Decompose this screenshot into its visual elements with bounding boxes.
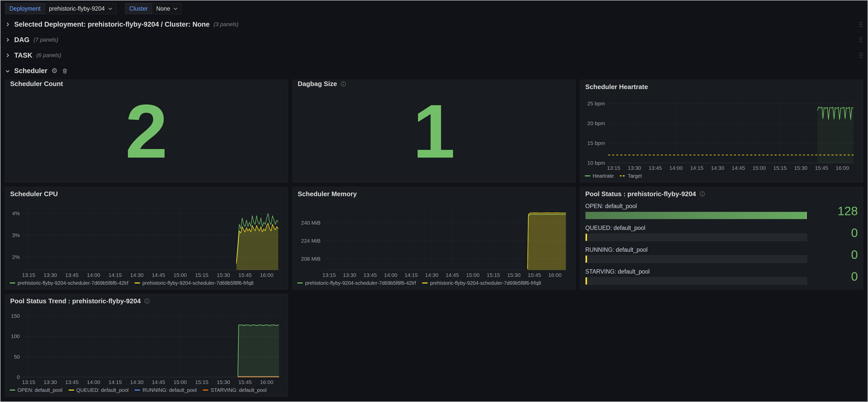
svg-text:15:45: 15:45 [238,272,252,278]
panel-pool-status-trend: Pool Status Trend : prehistoric-flyby-92… [5,294,288,397]
svg-text:13:30: 13:30 [44,272,57,278]
panel-title-bar[interactable]: Scheduler Memory [292,187,576,201]
panel-scheduler-heartrate: Scheduler Heartrate 13:1513:3013:4514:00… [580,80,863,183]
legend-swatch [422,282,428,283]
row-drag-handle[interactable] [859,52,863,59]
timeseries-chart[interactable]: 13:1513:3013:4514:0014:1514:3014:4515:00… [8,202,284,279]
gauge-row-running: RUNNING: default_pool 0 [585,246,858,263]
svg-text:15:30: 15:30 [507,272,521,278]
row-panel-count: (7 panels) [33,36,58,43]
deployment-variable-select[interactable]: prehistoric-flyby-9204 [45,3,117,14]
gauge-bar [585,234,807,241]
legend-item[interactable]: Heartrate [585,173,614,179]
panel-title-bar[interactable]: Scheduler Heartrate [580,80,863,94]
svg-text:16:00: 16:00 [836,165,849,171]
info-icon[interactable] [700,191,705,197]
panel-title: Scheduler Memory [298,190,357,198]
chevron-right-icon [5,53,10,58]
gauge-value: 0 [851,227,858,239]
panel-title-bar[interactable]: Pool Status : prehistoric-flyby-9204 [580,187,863,201]
svg-text:3%: 3% [12,232,20,238]
row-settings-gear-icon[interactable]: ⚙ [52,67,58,74]
svg-text:15 bpm: 15 bpm [587,140,605,146]
svg-text:14:30: 14:30 [711,165,724,171]
legend-item[interactable]: prehistoric-flyby-9204-scheduler-7d69b5f… [134,280,253,286]
legend-item[interactable]: prehistoric-flyby-9204-scheduler-7d69b5f… [422,280,541,286]
svg-text:13:15: 13:15 [607,165,621,171]
row-title: TASK [14,52,32,59]
svg-text:50: 50 [14,354,20,360]
row-delete-trash-icon[interactable] [62,68,68,74]
svg-text:16:00: 16:00 [260,272,274,278]
svg-text:13:30: 13:30 [44,379,57,385]
row-panel-count: (6 panels) [36,52,61,59]
dashboard-row-task[interactable]: TASK (6 panels) [1,48,867,63]
legend-item[interactable]: QUEUED: default_pool [68,387,129,393]
svg-text:2%: 2% [12,254,20,260]
cluster-variable-label: Cluster [125,3,152,14]
gauge-fill [586,277,587,284]
cluster-variable-value: None [156,5,170,12]
gauge-label: QUEUED: default_pool [585,225,807,231]
svg-text:13:45: 13:45 [65,379,79,385]
svg-text:15:15: 15:15 [773,165,787,171]
svg-text:14:00: 14:00 [669,165,683,171]
chevron-down-icon [5,68,10,73]
svg-text:13:45: 13:45 [364,272,377,278]
dashboard-row-selected-deployment[interactable]: Selected Deployment: prehistoric-flyby-9… [1,17,867,32]
row-panel-count: (3 panels) [214,21,239,28]
svg-text:25 bpm: 25 bpm [587,100,605,106]
svg-text:15:45: 15:45 [238,379,252,385]
legend-item[interactable]: prehistoric-flyby-9204-scheduler-7d69b5f… [10,280,128,286]
legend-item[interactable]: prehistoric-flyby-9204-scheduler-7d69b5f… [297,280,416,286]
svg-text:15:30: 15:30 [217,379,230,385]
svg-text:14:45: 14:45 [446,272,459,278]
gauge-fill [586,212,807,219]
grafana-dashboard: Deployment prehistoric-flyby-9204 Cluste… [0,0,868,402]
svg-text:15:45: 15:45 [528,272,541,278]
timeseries-chart[interactable]: 13:1513:3013:4514:0014:1514:3014:4515:00… [8,309,284,386]
chart-legend: Heartrate Target [580,172,863,182]
cluster-variable: Cluster None [125,3,182,14]
gauge-label: STARVING: default_pool [585,268,807,275]
svg-text:14:30: 14:30 [130,272,144,278]
cluster-variable-select[interactable]: None [152,3,182,14]
svg-text:14:45: 14:45 [152,272,165,278]
svg-text:15:00: 15:00 [752,165,766,171]
info-icon[interactable] [144,298,150,304]
svg-text:150: 150 [11,313,20,319]
stat-value: 1 [292,80,576,182]
svg-text:13:30: 13:30 [628,165,641,171]
panel-title-bar[interactable]: Pool Status Trend : prehistoric-flyby-92… [5,294,288,308]
panel-title: Pool Status Trend : prehistoric-flyby-92… [10,297,141,305]
legend-item[interactable]: STARVING: default_pool [203,387,267,393]
panel-title-bar[interactable]: Scheduler CPU [5,187,288,201]
row-drag-handle[interactable] [859,36,863,43]
chevron-right-icon [5,37,10,42]
timeseries-chart[interactable]: 13:1513:3013:4514:0014:1514:3014:4515:00… [583,95,859,172]
dashboard-row-scheduler[interactable]: Scheduler ⚙ [1,63,867,79]
legend-item[interactable]: OPEN: default_pool [10,387,62,393]
deployment-variable-value: prehistoric-flyby-9204 [49,5,105,12]
legend-item[interactable]: Target [620,173,642,179]
chevron-down-icon [108,8,112,10]
chart-legend: prehistoric-flyby-9204-scheduler-7d69b5f… [5,279,288,289]
svg-text:14:00: 14:00 [87,379,100,385]
row-title: DAG [14,36,29,44]
svg-text:20 bpm: 20 bpm [587,120,605,126]
svg-text:14:45: 14:45 [732,165,745,171]
row-drag-handle[interactable] [859,21,863,28]
legend-item[interactable]: RUNNING: default_pool [134,387,196,393]
panel-title: Pool Status : prehistoric-flyby-9204 [585,190,696,198]
dashboard-row-dag[interactable]: DAG (7 panels) [1,32,867,48]
svg-text:14:30: 14:30 [130,379,144,385]
svg-text:14:30: 14:30 [425,272,439,278]
svg-text:13:15: 13:15 [322,272,336,278]
timeseries-chart[interactable]: 13:1513:3013:4514:0014:1514:3014:4515:00… [295,202,571,279]
legend-swatch [134,390,140,391]
legend-swatch [134,282,140,283]
gauge-value: 0 [851,249,858,261]
panel-title: Scheduler Heartrate [585,83,648,91]
svg-text:14:15: 14:15 [108,379,122,385]
legend-swatch [620,175,625,176]
